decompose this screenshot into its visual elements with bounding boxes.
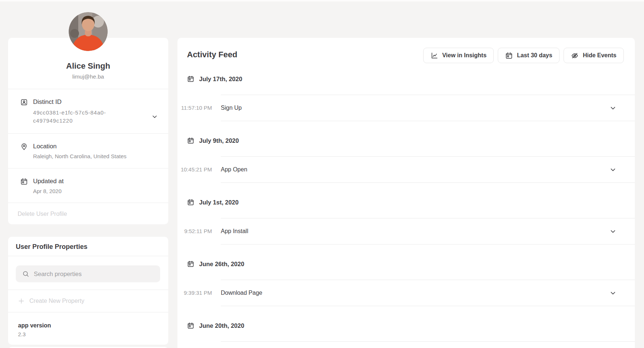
day-header-date: July 17th, 2020 [199, 74, 242, 84]
feed-day-group: June 20th, 2020 [177, 306, 635, 348]
day-header: July 17th, 2020 [177, 59, 635, 95]
event-row[interactable]: 10:45:21 PM App Open [221, 156, 635, 183]
calendar-icon [187, 322, 194, 329]
feed-day-group: July 9th, 2020 10:45:21 PM App Open [177, 121, 635, 183]
location-label: Location [33, 143, 126, 150]
property-value: 2.3 [18, 331, 160, 338]
event-name: App Open [221, 165, 247, 174]
properties-title: User Profile Properties [8, 237, 168, 256]
event-row[interactable]: 9:52:11 PM App Install [221, 218, 635, 244]
search-properties-input[interactable] [34, 271, 155, 278]
event-time: 11:57:10 PM [179, 104, 212, 112]
chevron-down-icon[interactable] [609, 166, 616, 173]
search-box[interactable] [16, 265, 160, 282]
day-header-date: June 26th, 2020 [199, 259, 244, 269]
page-top-edge [0, 0, 644, 1]
event-row-clipped [221, 341, 635, 348]
day-header: July 9th, 2020 [177, 121, 635, 156]
updated-at-content: Updated at Apr 8, 2020 [33, 178, 64, 195]
event-name: Download Page [221, 289, 262, 297]
event-row[interactable]: 9:39:31 PM Download Page [221, 280, 635, 306]
updated-at-label: Updated at [33, 178, 64, 185]
day-header: June 26th, 2020 [177, 244, 635, 280]
user-profile-card: Alice Singh limuj@he.ba Distinct ID 49cc… [8, 38, 168, 224]
calendar-icon [187, 260, 194, 268]
properties-search-section [8, 256, 168, 290]
event-name: Sign Up [221, 104, 242, 112]
profile-name: Alice Singh [8, 61, 168, 71]
property-name: app version [18, 322, 160, 329]
user-profile-properties-card: User Profile Properties Create New Prope… [8, 237, 168, 345]
day-header: June 20th, 2020 [177, 306, 635, 341]
create-new-property-label: Create New Property [29, 297, 84, 305]
feed-day-group: July 1st, 2020 9:52:11 PM App Install [177, 183, 635, 244]
date-range-button[interactable]: Last 30 days [498, 48, 560, 63]
location-value: Raleigh, North Carolina, United States [33, 152, 126, 160]
eye-off-icon [571, 52, 579, 59]
updated-at-value: Apr 8, 2020 [33, 187, 64, 195]
hide-events-label: Hide Events [583, 52, 616, 59]
event-row[interactable]: 11:57:10 PM Sign Up [221, 95, 635, 121]
feed-day-group: July 17th, 2020 11:57:10 PM Sign Up [177, 59, 635, 121]
updated-at-row: Updated at Apr 8, 2020 [8, 168, 168, 203]
line-chart-icon [431, 52, 438, 59]
create-new-property-button[interactable]: Create New Property [8, 290, 168, 312]
day-header-date: July 1st, 2020 [199, 197, 238, 207]
sidebar: Alice Singh limuj@he.ba Distinct ID 49cc… [8, 38, 168, 348]
profile-email: limuj@he.ba [8, 73, 168, 89]
calendar-icon [505, 52, 513, 59]
event-name: App Install [221, 227, 248, 236]
id-badge-icon [20, 98, 28, 106]
view-in-insights-button[interactable]: View in Insights [423, 48, 494, 63]
calendar-icon [187, 75, 194, 83]
search-icon [22, 270, 29, 278]
distinct-id-value-line1: 49cc0381-e1fc-57c5-84a0- [33, 109, 106, 117]
day-header: July 1st, 2020 [177, 183, 635, 218]
location-row: Location Raleigh, North Carolina, United… [8, 133, 168, 168]
map-pin-icon [20, 143, 28, 151]
location-content: Location Raleigh, North Carolina, United… [33, 143, 126, 160]
distinct-id-row: Distinct ID 49cc0381-e1fc-57c5-84a0- c49… [8, 89, 168, 133]
calendar-icon [20, 178, 28, 185]
date-range-label: Last 30 days [517, 52, 552, 59]
feed-day-group: June 26th, 2020 9:39:31 PM Download Page [177, 244, 635, 306]
chevron-down-icon[interactable] [609, 105, 616, 112]
day-header-date: July 9th, 2020 [199, 136, 239, 145]
event-time: 10:45:21 PM [179, 165, 212, 174]
plus-icon [18, 297, 25, 305]
event-time: 9:52:11 PM [179, 227, 212, 236]
chevron-down-icon[interactable] [609, 290, 616, 297]
distinct-id-content: Distinct ID 49cc0381-e1fc-57c5-84a0- c49… [33, 98, 106, 124]
calendar-icon [187, 137, 194, 144]
avatar [69, 12, 108, 51]
distinct-id-value-line2: c497949c1220 [33, 117, 106, 125]
event-time: 9:39:31 PM [179, 289, 212, 297]
delete-user-profile-button[interactable]: Delete User Profile [8, 203, 168, 224]
day-header-date: June 20th, 2020 [199, 321, 244, 330]
activity-feed-card: Activity Feed View in Insights [177, 38, 635, 348]
chevron-down-icon[interactable] [609, 228, 616, 235]
feed-actions: View in Insights Last 30 days [423, 48, 624, 63]
distinct-id-label: Distinct ID [33, 98, 106, 106]
chevron-down-icon[interactable] [151, 113, 158, 120]
property-item: app version 2.3 [8, 312, 168, 345]
activity-feed-header: Activity Feed View in Insights [177, 38, 635, 59]
hide-events-button[interactable]: Hide Events [564, 48, 624, 63]
view-in-insights-label: View in Insights [442, 52, 487, 59]
calendar-icon [187, 199, 194, 206]
